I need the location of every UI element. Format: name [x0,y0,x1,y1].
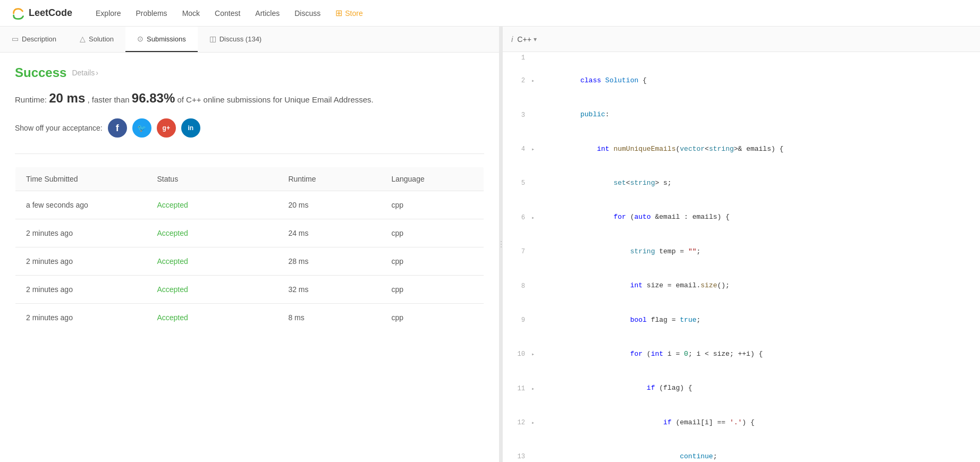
code-line-1: 1 [503,52,980,64]
line-number-7: 7 [503,235,529,269]
code-content-4: int numUniqueEmails(vector<string>& emai… [537,132,980,166]
tab-discuss[interactable]: ◫ Discuss (134) [198,27,273,52]
code-line-11: 11 ▸ if (flag) { [503,372,980,406]
tab-description[interactable]: ▭ Description [0,27,68,52]
line-number-4: 4 [503,132,529,166]
cell-runtime-0: 20 ms [277,191,381,219]
code-content-1 [537,52,980,64]
code-line-2: 2 ▸ class Solution { [503,64,980,98]
twitter-share-button[interactable]: 🐦 [132,118,151,138]
main-nav: Explore Problems Mock Contest Articles D… [88,0,370,27]
line-number-13: 13 [503,440,529,462]
content-area: Success Details › Runtime: 20 ms , faste… [0,53,499,462]
cell-time-3: 2 minutes ago [15,276,147,304]
cell-lang-3: cpp [381,276,484,304]
code-line-8: 8 int size = email.size(); [503,269,980,303]
table-row: 2 minutes ago Accepted 28 ms cpp [15,247,484,276]
cell-runtime-1: 24 ms [277,219,381,247]
cell-status-1: Accepted [146,219,277,247]
col-header-status: Status [146,167,277,191]
solution-icon: △ [80,35,86,43]
nav-store[interactable]: ⊞ Store [328,0,370,27]
line-number-1: 1 [503,52,529,64]
table-body: a few seconds ago Accepted 20 ms cpp 2 m… [15,191,484,332]
line-number-9: 9 [503,303,529,337]
nav-contest[interactable]: Contest [207,0,248,27]
status-accepted-1[interactable]: Accepted [157,229,188,237]
code-content-5: set<string> s; [537,166,980,200]
success-header: Success Details › [15,65,484,80]
line-number-2: 2 [503,64,529,98]
code-content-9: bool flag = true; [537,303,980,337]
cell-status-0: Accepted [146,191,277,219]
language-selector[interactable]: i C++ ▾ [511,35,537,44]
linkedin-share-button[interactable]: in [181,118,200,138]
tab-solution[interactable]: △ Solution [68,27,125,52]
code-line-5: 5 set<string> s; [503,166,980,200]
cell-time-2: 2 minutes ago [15,247,147,276]
store-icon: ⊞ [335,8,342,18]
code-line-7: 7 string temp = ""; [503,235,980,269]
runtime-pct: 96.83% [132,91,175,105]
details-link[interactable]: Details › [72,69,98,77]
linkedin-icon: in [188,124,193,132]
cell-status-2: Accepted [146,247,277,276]
twitter-icon: 🐦 [137,124,146,132]
line-number-3: 3 [503,98,529,132]
code-content-10: for (int i = 0; i < size; ++i) { [537,337,980,371]
nav-mock[interactable]: Mock [175,0,207,27]
cell-runtime-2: 28 ms [277,247,381,276]
table-row: 2 minutes ago Accepted 24 ms cpp [15,219,484,247]
code-editor[interactable]: 1 2 ▸ class Solution { 3 public: [503,52,980,462]
code-line-4: 4 ▸ int numUniqueEmails(vector<string>& … [503,132,980,166]
code-content-6: for (auto &email : emails) { [537,201,980,235]
social-label: Show off your acceptance: [15,124,103,132]
runtime-info: Runtime: 20 ms , faster than 96.83% of C… [15,91,484,106]
line-number-8: 8 [503,269,529,303]
discuss-icon: ◫ [209,35,216,43]
left-panel: ▭ Description △ Solution ⊙ Submissions ◫… [0,27,500,462]
right-panel: i C++ ▾ 1 2 ▸ class Solution { [503,27,980,462]
resize-dots [501,241,502,247]
cell-lang-0: cpp [381,191,484,219]
submissions-table: Time Submitted Status Runtime Language a… [15,167,484,332]
google-share-button[interactable]: g+ [157,118,176,138]
code-line-12: 12 ▸ if (email[i] == '.') { [503,406,980,440]
facebook-share-button[interactable]: f [108,118,127,138]
cell-status-4: Accepted [146,304,277,332]
nav-problems[interactable]: Problems [128,0,174,27]
cell-status-3: Accepted [146,276,277,304]
submissions-icon: ⊙ [137,35,143,43]
table-header: Time Submitted Status Runtime Language [15,167,484,191]
code-content-13: continue; [537,440,980,462]
code-line-9: 9 bool flag = true; [503,303,980,337]
resize-handle[interactable] [500,27,503,462]
google-icon: g+ [163,124,170,132]
header: LeetCode Explore Problems Mock Contest A… [0,0,980,27]
nav-discuss[interactable]: Discuss [287,0,328,27]
code-content-12: if (email[i] == '.') { [537,406,980,440]
col-header-language: Language [381,167,484,191]
lang-icon: i [511,35,513,44]
editor-header: i C++ ▾ [503,27,980,52]
line-number-11: 11 [503,372,529,406]
line-number-6: 6 [503,201,529,235]
table-row: 2 minutes ago Accepted 32 ms cpp [15,276,484,304]
status-accepted-0[interactable]: Accepted [157,201,188,209]
nav-explore[interactable]: Explore [88,0,128,27]
status-accepted-4[interactable]: Accepted [157,313,188,322]
code-line-10: 10 ▸ for (int i = 0; i < size; ++i) { [503,337,980,371]
language-label: C++ [517,35,531,44]
code-content-8: int size = email.size(); [537,269,980,303]
logo[interactable]: LeetCode [11,6,72,21]
code-content-2: class Solution { [537,64,980,98]
success-label: Success [15,65,66,80]
main-layout: ▭ Description △ Solution ⊙ Submissions ◫… [0,27,980,462]
status-accepted-3[interactable]: Accepted [157,285,188,294]
nav-articles[interactable]: Articles [248,0,287,27]
status-accepted-2[interactable]: Accepted [157,257,188,266]
social-share-row: Show off your acceptance: f 🐦 g+ in [15,118,484,138]
tab-submissions[interactable]: ⊙ Submissions [125,27,198,52]
cell-runtime-4: 8 ms [277,304,381,332]
cell-time-4: 2 minutes ago [15,304,147,332]
